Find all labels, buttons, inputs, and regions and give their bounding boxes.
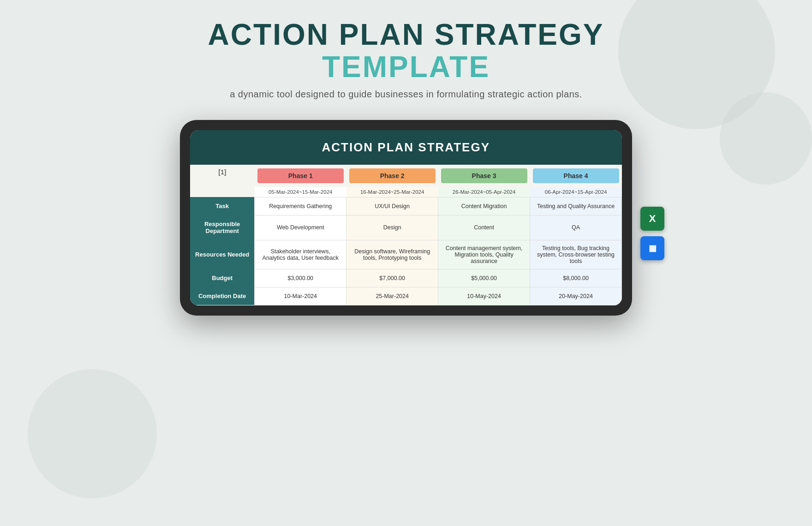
task-row: Task Requirements Gathering UX/UI Design… (190, 197, 622, 215)
index-cell: [1] (190, 165, 255, 187)
budget-phase4: $8,000.00 (530, 269, 622, 287)
dept-phase1: Web Development (255, 215, 346, 240)
completion-phase1: 10-Mar-2024 (255, 287, 346, 305)
task-phase3: Content Migration (438, 197, 530, 215)
date-range-row: 05-Mar-2024~15-Mar-2024 16-Mar-2024~25-M… (190, 187, 622, 197)
page-wrapper: ACTION PLAN STRATEGY TEMPLATE a dynamic … (0, 0, 812, 316)
excel-letter: X (649, 213, 656, 225)
dept-phase4: QA (530, 215, 622, 240)
phase4-date: 06-Apr-2024~15-Apr-2024 (530, 187, 622, 197)
action-table: ACTION PLAN STRATEGY [1] Phase 1 Phase 2 (190, 130, 622, 305)
resources-row: Resources Needed Stakeholder interviews,… (190, 240, 622, 269)
phase4-header-cell: Phase 4 (530, 165, 622, 187)
dept-phase3: Content (438, 215, 530, 240)
phase-header-row: [1] Phase 1 Phase 2 Phase 3 Pha (190, 165, 622, 187)
completion-row-label: Completion Date (190, 287, 255, 305)
dept-row-label: Responsible Department (190, 215, 255, 240)
dept-phase2: Design (346, 215, 438, 240)
app-icons: X ▦ (640, 207, 664, 260)
title-area: ACTION PLAN STRATEGY TEMPLATE a dynamic … (208, 18, 604, 100)
excel-icon[interactable]: X (640, 207, 664, 231)
budget-phase1: $3,000.00 (255, 269, 346, 287)
phase2-date: 16-Mar-2024~25-Mar-2024 (346, 187, 438, 197)
dept-row: Responsible Department Web Development D… (190, 215, 622, 240)
phase3-label: Phase 3 (441, 168, 527, 183)
budget-row: Budget $3,000.00 $7,000.00 $5,000.00 $8,… (190, 269, 622, 287)
budget-phase3: $5,000.00 (438, 269, 530, 287)
task-phase1: Requirements Gathering (255, 197, 346, 215)
resources-phase3: Content management system, Migration too… (438, 240, 530, 269)
phase3-header-cell: Phase 3 (438, 165, 530, 187)
completion-row: Completion Date 10-Mar-2024 25-Mar-2024 … (190, 287, 622, 305)
phase3-date: 26-Mar-2024~05-Apr-2024 (438, 187, 530, 197)
title-line2: TEMPLATE (208, 51, 604, 83)
completion-phase4: 20-May-2024 (530, 287, 622, 305)
task-row-label: Task (190, 197, 255, 215)
phase2-label: Phase 2 (349, 168, 436, 183)
phase1-label: Phase 1 (257, 168, 344, 183)
resources-phase1: Stakeholder interviews, Analytics data, … (255, 240, 346, 269)
bg-decoration-2 (28, 369, 157, 498)
task-phase4: Testing and Quality Assurance (530, 197, 622, 215)
phase1-date: 05-Mar-2024~15-Mar-2024 (255, 187, 346, 197)
resources-row-label: Resources Needed (190, 240, 255, 269)
tablet-frame: ACTION PLAN STRATEGY [1] Phase 1 Phase 2 (180, 120, 632, 316)
sheets-icon[interactable]: ▦ (640, 236, 664, 260)
completion-phase3: 10-May-2024 (438, 287, 530, 305)
resources-phase4: Testing tools, Bug tracking system, Cros… (530, 240, 622, 269)
date-index-blank (190, 187, 255, 197)
budget-phase2: $7,000.00 (346, 269, 438, 287)
completion-phase2: 25-Mar-2024 (346, 287, 438, 305)
phase4-label: Phase 4 (533, 168, 619, 183)
resources-phase2: Design software, Wireframing tools, Prot… (346, 240, 438, 269)
phase1-header-cell: Phase 1 (255, 165, 346, 187)
subtitle: a dynamic tool designed to guide busines… (208, 89, 604, 100)
task-phase2: UX/UI Design (346, 197, 438, 215)
tablet-screen: ACTION PLAN STRATEGY [1] Phase 1 Phase 2 (190, 130, 622, 305)
phase2-header-cell: Phase 2 (346, 165, 438, 187)
table-main-header: ACTION PLAN STRATEGY (190, 130, 622, 165)
tablet-container: ACTION PLAN STRATEGY [1] Phase 1 Phase 2 (180, 109, 632, 316)
title-line1: ACTION PLAN STRATEGY (208, 18, 604, 51)
budget-row-label: Budget (190, 269, 255, 287)
sheets-letter: ▦ (649, 243, 657, 253)
